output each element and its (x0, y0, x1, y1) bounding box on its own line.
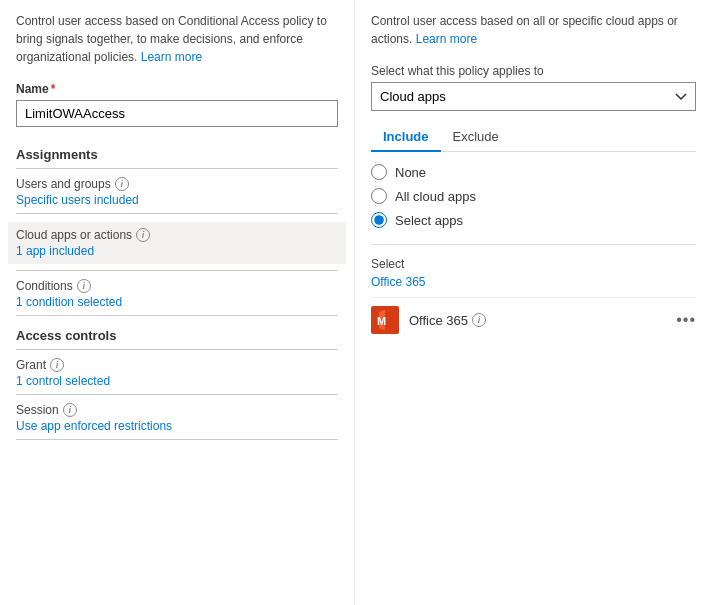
tab-exclude[interactable]: Exclude (441, 123, 511, 152)
cloud-apps-info-icon[interactable]: i (136, 228, 150, 242)
required-star: * (51, 82, 56, 96)
radio-select-label: Select apps (395, 213, 463, 228)
learn-more-right-link[interactable]: Learn more (416, 32, 477, 46)
radio-all-item[interactable]: All cloud apps (371, 188, 696, 204)
access-controls-sub-divider (16, 349, 338, 350)
dropdown-wrapper: Select what this policy applies to Cloud… (371, 64, 696, 111)
cloud-apps-value[interactable]: 1 app included (16, 244, 338, 258)
grant-section: Grant i 1 control selected (16, 358, 338, 388)
tabs-row: Include Exclude (371, 123, 696, 152)
select-office365-link[interactable]: Office 365 (371, 275, 696, 289)
conditions-value[interactable]: 1 condition selected (16, 295, 338, 309)
radio-all-input[interactable] (371, 188, 387, 204)
radio-select-input[interactable] (371, 212, 387, 228)
session-divider (16, 394, 338, 395)
assignments-title: Assignments (16, 143, 338, 162)
learn-more-left-link[interactable]: Learn more (141, 50, 202, 64)
name-input[interactable] (16, 100, 338, 127)
radio-none-input[interactable] (371, 164, 387, 180)
tab-include[interactable]: Include (371, 123, 441, 152)
users-groups-value[interactable]: Specific users included (16, 193, 338, 207)
conditions-info-icon[interactable]: i (77, 279, 91, 293)
app-info-icon[interactable]: i (472, 313, 486, 327)
app-row-office365: M Office 365 i ••• (371, 297, 696, 342)
grant-label: Grant i (16, 358, 338, 372)
radio-all-label: All cloud apps (395, 189, 476, 204)
cloud-apps-divider (16, 213, 338, 214)
name-label: Name* (16, 82, 338, 96)
grant-info-icon[interactable]: i (50, 358, 64, 372)
cloud-apps-label: Cloud apps or actions i (16, 228, 338, 242)
conditions-section: Conditions i 1 condition selected (16, 279, 338, 309)
left-description: Control user access based on Conditional… (16, 12, 338, 66)
session-section: Session i Use app enforced restrictions (16, 403, 338, 433)
svg-text:M: M (377, 315, 386, 327)
radio-group: None All cloud apps Select apps (371, 164, 696, 228)
conditions-label: Conditions i (16, 279, 338, 293)
grant-value[interactable]: 1 control selected (16, 374, 338, 388)
left-panel: Control user access based on Conditional… (0, 0, 355, 605)
app-more-menu[interactable]: ••• (676, 311, 696, 329)
radio-none-item[interactable]: None (371, 164, 696, 180)
session-label: Session i (16, 403, 338, 417)
right-panel: Control user access based on all or spec… (355, 0, 712, 605)
conditions-divider (16, 270, 338, 271)
bottom-divider (16, 439, 338, 440)
office365-icon: M (371, 306, 399, 334)
cloud-apps-section: Cloud apps or actions i 1 app included (8, 222, 346, 264)
select-label: Select (371, 257, 696, 271)
select-section: Select Office 365 M Office 365 i ••• (371, 244, 696, 342)
access-controls-divider (16, 315, 338, 316)
radio-select-item[interactable]: Select apps (371, 212, 696, 228)
app-name-text: Office 365 i (409, 313, 666, 328)
users-groups-section: Users and groups i Specific users includ… (16, 177, 338, 207)
policy-applies-to-dropdown[interactable]: Cloud apps (371, 82, 696, 111)
access-controls-title: Access controls (16, 324, 338, 343)
assignments-divider (16, 168, 338, 169)
users-groups-label: Users and groups i (16, 177, 338, 191)
right-description: Control user access based on all or spec… (371, 12, 696, 48)
session-value[interactable]: Use app enforced restrictions (16, 419, 338, 433)
radio-none-label: None (395, 165, 426, 180)
users-groups-info-icon[interactable]: i (115, 177, 129, 191)
dropdown-label: Select what this policy applies to (371, 64, 696, 78)
session-info-icon[interactable]: i (63, 403, 77, 417)
